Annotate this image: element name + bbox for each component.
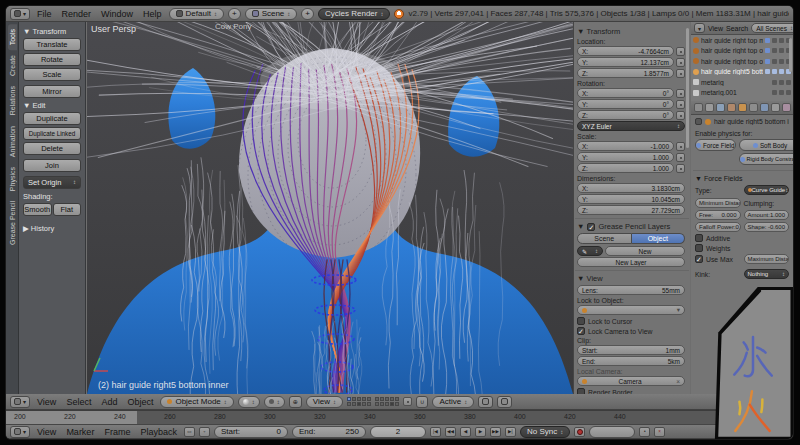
tab-tools[interactable]: Tools (8, 24, 17, 50)
minimum-distance-field[interactable]: Minimum Distanc:0.000 (695, 198, 741, 208)
lock-icon[interactable] (676, 164, 685, 173)
editor-type-icon[interactable]: ▾ (10, 8, 30, 20)
outliner-row[interactable]: hair guide right top mid outer (691, 35, 793, 46)
translate-button[interactable]: Translate (23, 38, 81, 51)
tab-grease-pencil[interactable]: Grease Pencil (8, 196, 17, 250)
layers-widget-right[interactable] (375, 397, 399, 406)
join-button[interactable]: Join (23, 159, 81, 172)
eye-icon[interactable] (772, 80, 777, 85)
sync-dropdown[interactable]: No Sync↕ (520, 426, 570, 438)
pin-icon[interactable] (695, 118, 702, 125)
local-camera-field[interactable]: Camera× (577, 376, 685, 386)
clip-end-field[interactable]: End:5km (577, 356, 685, 366)
soft-body-button[interactable]: Soft Body (739, 139, 794, 151)
rotation-z-field[interactable]: Z:0° (577, 110, 674, 120)
use-preview-range-icon[interactable]: ▭ (184, 427, 195, 437)
wrench-icon[interactable] (765, 38, 770, 43)
frame-end-field[interactable]: End:250 (292, 426, 366, 438)
wrench-icon[interactable] (765, 48, 770, 53)
mode-dropdown[interactable]: Object Mode↕ (160, 396, 233, 408)
shape-field[interactable]: Shape:-0.600 (744, 222, 790, 232)
tab-data-icon[interactable] (771, 103, 780, 112)
outliner-scrollbar[interactable] (789, 38, 792, 72)
tab-render-icon[interactable] (694, 103, 703, 112)
select-icon[interactable] (779, 38, 784, 43)
clip-start-field[interactable]: Start:1mm (577, 345, 685, 355)
lock-camera-checkbox[interactable] (577, 327, 585, 335)
force-field-button[interactable]: Force Field (695, 139, 736, 151)
outliner-scope-dropdown[interactable]: All Scenes↕ (751, 23, 793, 33)
rotation-y-field[interactable]: Y:0° (577, 99, 674, 109)
select-icon[interactable] (779, 59, 784, 64)
menu-file[interactable]: File (34, 9, 55, 19)
lock-to-cursor-checkbox[interactable] (577, 317, 585, 325)
3d-menu-add[interactable]: Add (98, 397, 120, 407)
npanel-scrollbar[interactable] (686, 28, 689, 148)
tab-object-icon[interactable] (738, 103, 747, 112)
dim-x-field[interactable]: X:3.1830cm (577, 183, 685, 193)
scale-z-field[interactable]: Z:1.000 (577, 163, 674, 173)
render-engine-selector[interactable]: Cycles Render ↕ (318, 8, 390, 20)
timeline-ruler[interactable]: 200 220 240 260 280 300 320 340 360 380 … (6, 410, 793, 424)
location-z-field[interactable]: Z:1.8577m (577, 68, 674, 78)
menu-window[interactable]: Window (98, 9, 136, 19)
smooth-button[interactable]: Smooth (23, 203, 52, 216)
use-max-checkbox[interactable] (695, 255, 703, 263)
3d-menu-object[interactable]: Object (124, 397, 156, 407)
3d-menu-view[interactable]: View (34, 397, 59, 407)
npanel-transform-header[interactable]: ▼ Transform (577, 27, 685, 36)
jump-to-start-button[interactable]: |◀ (430, 427, 441, 437)
layers-widget-left[interactable] (347, 397, 371, 406)
falloff-power-field[interactable]: Falloff Power:0.000 (695, 222, 741, 232)
lock-range-icon[interactable]: ∘ (199, 427, 210, 437)
gp-new-layer-button[interactable]: New Layer (577, 257, 685, 267)
current-frame-field[interactable]: 2 (370, 426, 426, 438)
outliner-row[interactable]: metarig (691, 77, 793, 88)
jump-to-end-button[interactable]: ▶| (505, 427, 516, 437)
active-element-dropdown[interactable]: Active↕ (432, 396, 474, 408)
viewport-shading-dropdown[interactable]: ↕ (238, 396, 260, 408)
snap-magnet-icon[interactable]: ∪ (416, 396, 428, 408)
play-reverse-button[interactable]: ◀ (460, 427, 471, 437)
insert-keyframe-icon[interactable]: • (639, 427, 650, 437)
tl-menu-marker[interactable]: Marker (63, 427, 97, 437)
select-icon[interactable] (779, 48, 784, 53)
select-icon[interactable] (779, 80, 784, 85)
location-x-field[interactable]: X:-4.7664cm (577, 46, 674, 56)
keying-set-field[interactable] (589, 426, 635, 438)
view-panel-header[interactable]: ▼ View (577, 274, 685, 283)
manipulator-translate-icon[interactable]: ⊕ (289, 396, 302, 408)
outliner-menu-search[interactable]: Search (726, 25, 748, 32)
scene-selector[interactable]: Scene ↕ (245, 8, 298, 20)
eye-icon[interactable] (772, 48, 777, 53)
select-icon[interactable] (779, 69, 784, 74)
3d-menu-select[interactable]: Select (63, 397, 94, 407)
tab-animation[interactable]: Animation (8, 121, 17, 162)
tab-material-icon[interactable] (782, 103, 791, 112)
render-opengl-anim-icon[interactable] (497, 396, 512, 408)
frame-start-field[interactable]: Start:0 (214, 426, 288, 438)
set-origin-dropdown[interactable]: Set Origin↕ (23, 176, 81, 189)
panel-header-history[interactable]: ▶ History (23, 224, 81, 233)
transform-orientation-dropdown[interactable]: View↕ (306, 396, 343, 408)
additive-checkbox[interactable] (695, 234, 703, 242)
render-opengl-icon[interactable] (478, 396, 493, 408)
maximum-distance-field[interactable]: Maximum Distanc:0.037 (744, 254, 790, 264)
amount-field[interactable]: Amount:1.000 (744, 210, 790, 220)
eye-icon[interactable] (772, 69, 777, 74)
menu-help[interactable]: Help (140, 9, 165, 19)
mirror-button[interactable]: Mirror (23, 85, 81, 98)
force-type-dropdown[interactable]: Curve Guide↕ (744, 185, 790, 195)
scene-add-button[interactable]: + (301, 8, 314, 20)
lock-icon[interactable] (676, 100, 685, 109)
timeline-scroll-handle[interactable] (749, 416, 763, 420)
lock-icon[interactable] (676, 153, 685, 162)
lock-icon[interactable] (676, 47, 685, 56)
scale-button[interactable]: Scale (23, 68, 81, 81)
3d-editor-icon[interactable]: ▾ (10, 396, 30, 408)
select-icon[interactable] (779, 90, 784, 95)
render-icon[interactable] (786, 90, 791, 95)
location-y-field[interactable]: Y:12.137cm (577, 57, 674, 67)
flat-button[interactable]: Flat (53, 203, 82, 216)
lock-icon[interactable] (676, 69, 685, 78)
